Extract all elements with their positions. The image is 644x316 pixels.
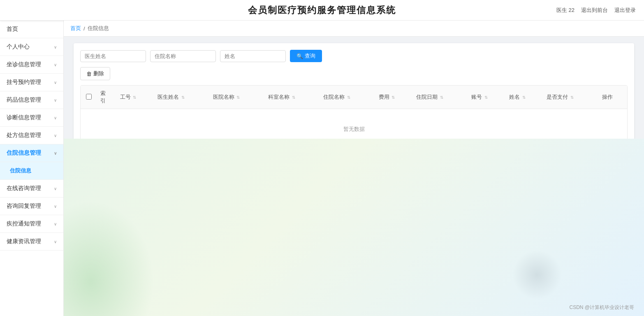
chevron-down-icon: ∨ [54, 133, 57, 138]
header-actions: 医生 22 退出到前台 退出登录 [556, 7, 636, 14]
sidebar-item-label: 在线咨询管理 [7, 185, 41, 192]
th-action-label: 操作 [602, 94, 613, 100]
chevron-down-icon: ∨ [54, 151, 57, 156]
sidebar-item-label: 住院信息 [10, 167, 31, 174]
chevron-down-icon: ∨ [54, 63, 57, 67]
sidebar-item-label: 挂号预约管理 [7, 79, 41, 86]
breadcrumb-home[interactable]: 首页 [70, 25, 81, 32]
sidebar-item-diagnose[interactable]: 诊断信息管理 ∨ [0, 109, 63, 127]
th-dept-name-label: 科室名称 [268, 94, 290, 100]
th-ward-name[interactable]: 住院名称 ⇅ [320, 86, 375, 109]
sidebar-item-label: 疾控通知管理 [7, 220, 41, 228]
breadcrumb-sep: / [83, 26, 85, 32]
delete-icon: 🗑 [86, 71, 92, 77]
sidebar-item-health[interactable]: 健康资讯管理 ∨ [0, 233, 63, 251]
sidebar-item-notify[interactable]: 疾控通知管理 ∨ [0, 215, 63, 233]
th-ward-name-label: 住院名称 [323, 94, 345, 100]
sidebar-item-label: 处方信息管理 [7, 132, 41, 139]
chevron-down-icon: ∨ [54, 239, 57, 244]
chevron-down-icon: ∨ [54, 45, 57, 49]
th-patient-name-label: 姓名 [509, 94, 520, 100]
main-content: 首页 / 住院信息 🔍 查询 [64, 21, 644, 316]
sidebar-item-hospitalization-mgmt[interactable]: 住院信息管理 ∨ [0, 144, 63, 162]
chevron-down-icon: ∨ [54, 98, 57, 102]
sort-icon: ⇅ [484, 95, 488, 100]
th-is-paid-label: 是否支付 [547, 94, 568, 100]
background-decoration [64, 139, 644, 316]
th-account-label: 账号 [471, 94, 482, 100]
sort-icon: ⇅ [292, 95, 295, 100]
chevron-down-icon: ∨ [54, 222, 57, 226]
th-doctor-name-label: 医生姓名 [158, 94, 179, 100]
th-is-paid[interactable]: 是否支付 ⇅ [543, 86, 598, 109]
breadcrumb-current: 住院信息 [88, 25, 109, 32]
back-to-frontend-btn[interactable]: 退出到前台 [581, 7, 608, 14]
sidebar-item-medicine[interactable]: 药品信息管理 ∨ [0, 91, 63, 109]
sort-icon: ⇅ [522, 95, 526, 100]
sidebar-item-reply[interactable]: 咨询回复管理 ∨ [0, 198, 63, 215]
th-hospital-name-label: 医院名称 [213, 94, 234, 100]
th-hospital-name[interactable]: 医院名称 ⇅ [210, 86, 265, 109]
th-job-no-label: 工号 [120, 94, 131, 100]
sort-icon: ⇅ [570, 95, 574, 100]
th-fee[interactable]: 费用 ⇅ [375, 86, 413, 109]
sort-icon: ⇅ [181, 95, 185, 100]
sidebar-item-register[interactable]: 挂号预约管理 ∨ [0, 74, 63, 91]
table-header: 索引 工号 ⇅ 医生姓名 ⇅ [81, 86, 627, 109]
search-bar: 🔍 查询 [80, 50, 628, 62]
th-account[interactable]: 账号 ⇅ [468, 86, 506, 109]
sort-icon: ⇅ [440, 95, 443, 100]
app-title: 会员制医疗预约服务管理信息系统 [248, 4, 396, 16]
bg-leaf [64, 201, 154, 316]
sidebar-item-label: 住院信息管理 [7, 149, 41, 157]
sidebar: 首页 个人中心 ∨ 坐诊信息管理 ∨ 挂号预约管理 ∨ 药品信息管理 ∨ 诊断信… [0, 21, 64, 316]
bg-circle [512, 250, 562, 300]
sort-icon: ⇅ [236, 95, 240, 100]
sidebar-item-personal[interactable]: 个人中心 ∨ [0, 38, 63, 56]
sidebar-item-label: 健康资讯管理 [7, 238, 41, 245]
th-date[interactable]: 住院日期 ⇅ [413, 86, 468, 109]
doctor-name-input[interactable] [80, 50, 146, 62]
search-btn-label: 查询 [305, 52, 315, 60]
th-fee-label: 费用 [379, 94, 389, 100]
th-checkbox[interactable] [81, 86, 97, 109]
th-action: 操作 [599, 86, 627, 109]
th-job-no[interactable]: 工号 ⇅ [117, 86, 155, 109]
sort-icon: ⇅ [347, 95, 350, 100]
sidebar-item-label: 坐诊信息管理 [7, 61, 41, 68]
sidebar-item-home[interactable]: 首页 [0, 21, 63, 38]
breadcrumb: 首页 / 住院信息 [64, 21, 644, 37]
th-doctor-name[interactable]: 医生姓名 ⇅ [154, 86, 209, 109]
sidebar-item-label: 首页 [7, 26, 18, 33]
select-all-checkbox[interactable] [86, 94, 92, 100]
sidebar-item-hospitalization-info[interactable]: 住院信息 [0, 162, 63, 180]
sidebar-item-clinic[interactable]: 坐诊信息管理 ∨ [0, 56, 63, 74]
logout-btn[interactable]: 退出登录 [614, 7, 636, 14]
hospital-name-input[interactable] [150, 50, 216, 62]
sidebar-item-label: 个人中心 [7, 43, 30, 51]
delete-button[interactable]: 🗑 删除 [80, 67, 110, 80]
sidebar-item-label: 诊断信息管理 [7, 114, 41, 121]
chevron-down-icon: ∨ [54, 186, 57, 191]
layout: 首页 个人中心 ∨ 坐诊信息管理 ∨ 挂号预约管理 ∨ 药品信息管理 ∨ 诊断信… [0, 21, 644, 316]
action-bar: 🗑 删除 [80, 67, 628, 80]
sort-icon: ⇅ [391, 95, 395, 100]
chevron-down-icon: ∨ [54, 80, 57, 85]
watermark: CSDN @计算机毕业设计老哥 [569, 304, 634, 311]
th-patient-name[interactable]: 姓名 ⇅ [506, 86, 544, 109]
search-button[interactable]: 🔍 查询 [290, 50, 322, 62]
user-info: 医生 22 [556, 7, 575, 14]
patient-name-input[interactable] [220, 50, 286, 62]
delete-btn-label: 删除 [93, 70, 104, 77]
sidebar-item-consult[interactable]: 在线咨询管理 ∨ [0, 180, 63, 198]
top-header: 会员制医疗预约服务管理信息系统 医生 22 退出到前台 退出登录 [0, 0, 644, 21]
sidebar-item-label: 药品信息管理 [7, 96, 41, 104]
sidebar-item-label: 咨询回复管理 [7, 202, 41, 210]
chevron-down-icon: ∨ [54, 116, 57, 120]
chevron-down-icon: ∨ [54, 204, 57, 209]
th-index: 索引 [97, 86, 117, 109]
th-dept-name[interactable]: 科室名称 ⇅ [265, 86, 320, 109]
search-icon: 🔍 [297, 53, 303, 59]
sort-icon: ⇅ [133, 95, 136, 100]
sidebar-item-prescription[interactable]: 处方信息管理 ∨ [0, 127, 63, 144]
